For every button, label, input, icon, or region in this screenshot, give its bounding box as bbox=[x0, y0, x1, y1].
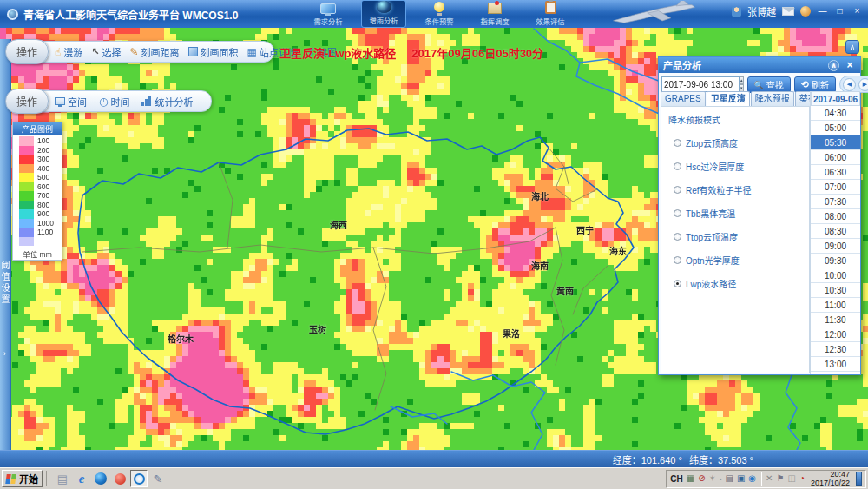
mode-option-7[interactable]: Lwp液水路径 bbox=[674, 277, 809, 290]
time-row[interactable]: 10:30 bbox=[811, 283, 860, 298]
language-indicator[interactable]: CH bbox=[670, 474, 682, 484]
tray-volume-icon[interactable] bbox=[787, 474, 795, 483]
time-row[interactable]: 12:00 bbox=[811, 327, 860, 342]
legend-body: 10020030040050060070080090010001100 bbox=[13, 135, 62, 246]
nav-item-1[interactable]: 需求分析 bbox=[306, 0, 351, 28]
map-collapse-button[interactable] bbox=[845, 40, 859, 54]
radio-icon[interactable] bbox=[674, 186, 681, 194]
tray-alarm-icon[interactable] bbox=[799, 474, 805, 483]
latitude-readout: 纬度：37.503 ° bbox=[689, 453, 753, 466]
start-button[interactable]: 开始 bbox=[2, 470, 43, 487]
radio-icon[interactable] bbox=[674, 209, 681, 217]
tray-display-icon[interactable] bbox=[737, 474, 745, 483]
time-row[interactable]: 12:30 bbox=[811, 342, 860, 357]
time-row[interactable]: 04:30 bbox=[811, 106, 860, 121]
time-row[interactable]: 07:30 bbox=[811, 195, 860, 209]
panel-close-button[interactable] bbox=[844, 59, 856, 71]
radio-icon[interactable] bbox=[674, 162, 681, 170]
nav-item-2[interactable]: 增雨分析 bbox=[361, 0, 406, 28]
legend-title: 产品图例 bbox=[13, 122, 62, 135]
show-desktop-icon[interactable] bbox=[54, 470, 71, 487]
tab-1[interactable]: GRAPES bbox=[661, 91, 706, 106]
mode-option-3[interactable]: Ref有效粒子半径 bbox=[674, 183, 809, 196]
time-row[interactable]: 13:00 bbox=[811, 357, 860, 372]
nav-item-4[interactable]: 指挥调度 bbox=[472, 0, 517, 28]
time-row[interactable]: 06:30 bbox=[811, 165, 860, 180]
radio-icon[interactable] bbox=[674, 256, 681, 264]
time-row[interactable]: 05:00 bbox=[811, 121, 860, 135]
tray-flag-icon[interactable] bbox=[776, 474, 784, 483]
mode-option-4[interactable]: Tbb黑体亮温 bbox=[674, 207, 809, 220]
minimize-button[interactable]: — bbox=[817, 6, 828, 17]
clock-tray-icon[interactable] bbox=[800, 6, 811, 17]
mail-icon[interactable] bbox=[782, 7, 794, 16]
start-button-label: 开始 bbox=[19, 472, 38, 486]
close-button[interactable]: × bbox=[852, 6, 863, 17]
toolbar-button-3[interactable]: 统计分析 bbox=[141, 95, 193, 109]
radio-icon[interactable] bbox=[674, 280, 681, 287]
time-row[interactable]: 11:30 bbox=[811, 313, 860, 327]
tray-grid-icon[interactable] bbox=[687, 474, 694, 483]
toolbar-button-4[interactable]: 刻画面积 bbox=[188, 45, 239, 59]
maximize-button[interactable]: □ bbox=[834, 6, 845, 17]
tray-network-icon[interactable] bbox=[748, 474, 756, 483]
draw-app-icon[interactable] bbox=[149, 470, 167, 487]
mode-list: Ztop云顶高度Hsc过冷层厚度Ref有效粒子半径Tbb黑体亮温Ttop云顶温度… bbox=[661, 136, 809, 290]
time-row[interactable]: 08:00 bbox=[811, 209, 860, 224]
map-toolbar-label: 操作 bbox=[5, 39, 49, 64]
tab-3[interactable]: 降水预报 bbox=[751, 91, 794, 106]
play-button[interactable] bbox=[858, 78, 868, 91]
time-row[interactable]: 10:00 bbox=[811, 268, 860, 283]
media-app-icon[interactable] bbox=[111, 470, 128, 487]
toolbar-button-1[interactable]: 空间 bbox=[55, 95, 87, 109]
time-row[interactable]: 11:00 bbox=[811, 298, 860, 313]
spinner-up-icon[interactable]: ▴ bbox=[740, 76, 744, 84]
time-row[interactable]: 09:00 bbox=[811, 239, 860, 254]
datetime-input[interactable] bbox=[661, 76, 740, 92]
internet-explorer-icon[interactable] bbox=[73, 470, 90, 487]
legend-value: 300 bbox=[37, 155, 49, 163]
search-button[interactable]: 查找 bbox=[747, 76, 791, 93]
panel-collapse-button[interactable] bbox=[828, 60, 839, 71]
time-row[interactable]: 06:00 bbox=[811, 150, 860, 165]
toolbar-button-2[interactable]: 时间 bbox=[99, 95, 129, 109]
legend-entry: 800 bbox=[13, 201, 62, 210]
time-row[interactable]: 08:30 bbox=[811, 224, 860, 239]
mode-option-6[interactable]: Optn光学厚度 bbox=[674, 254, 809, 267]
time-row[interactable]: 09:30 bbox=[811, 254, 860, 268]
toolbar-button-3[interactable]: 刻画距离 bbox=[130, 45, 180, 59]
step-back-button[interactable] bbox=[843, 78, 856, 91]
legend-entry: 500 bbox=[13, 173, 62, 182]
nav-item-3[interactable]: 条件预警 bbox=[417, 0, 462, 28]
tray-edge-indicator[interactable] bbox=[856, 472, 862, 486]
toolbar-button-1[interactable]: 漫游 bbox=[55, 45, 82, 59]
globe-dark-icon bbox=[377, 1, 391, 13]
expand-arrow-icon[interactable]: › bbox=[3, 349, 6, 358]
taskbar-clock[interactable]: 20:47 2017/10/22 bbox=[811, 470, 850, 487]
playback-controls bbox=[839, 76, 868, 93]
tray-close-icon[interactable] bbox=[766, 474, 773, 483]
mode-option-2[interactable]: Hsc过冷层厚度 bbox=[674, 160, 809, 173]
tray-printer-icon[interactable] bbox=[725, 474, 733, 483]
legend-entry: 100 bbox=[13, 136, 62, 146]
globe-app-icon[interactable] bbox=[92, 470, 109, 487]
tab-2[interactable]: 卫星反演 bbox=[707, 91, 750, 106]
radio-icon[interactable] bbox=[674, 233, 681, 241]
legend-value: 900 bbox=[37, 209, 49, 218]
toolbar-button-2[interactable]: 选择 bbox=[91, 45, 121, 59]
mode-option-label: Tbb黑体亮温 bbox=[686, 207, 735, 220]
nav-items: 需求分析增雨分析条件预警指挥调度效果评估 bbox=[306, 0, 573, 28]
time-row[interactable]: 05:30 bbox=[811, 135, 860, 150]
mode-option-1[interactable]: Ztop云顶高度 bbox=[674, 136, 809, 149]
tray-settings-icon[interactable] bbox=[709, 474, 716, 483]
clipboard-icon bbox=[545, 1, 556, 14]
nav-item-5[interactable]: 效果评估 bbox=[528, 0, 573, 28]
threshold-settings-tab[interactable]: 阈值设置 bbox=[1, 261, 11, 306]
tray-block-icon[interactable] bbox=[698, 474, 705, 483]
mode-option-5[interactable]: Ttop云顶温度 bbox=[674, 230, 809, 243]
radio-icon[interactable] bbox=[674, 139, 681, 147]
wmcos-app-icon[interactable] bbox=[130, 470, 148, 487]
refresh-button[interactable]: 刷新 bbox=[794, 76, 836, 93]
time-row[interactable]: 07:00 bbox=[811, 180, 860, 195]
tray-dot-icon[interactable] bbox=[720, 474, 721, 483]
